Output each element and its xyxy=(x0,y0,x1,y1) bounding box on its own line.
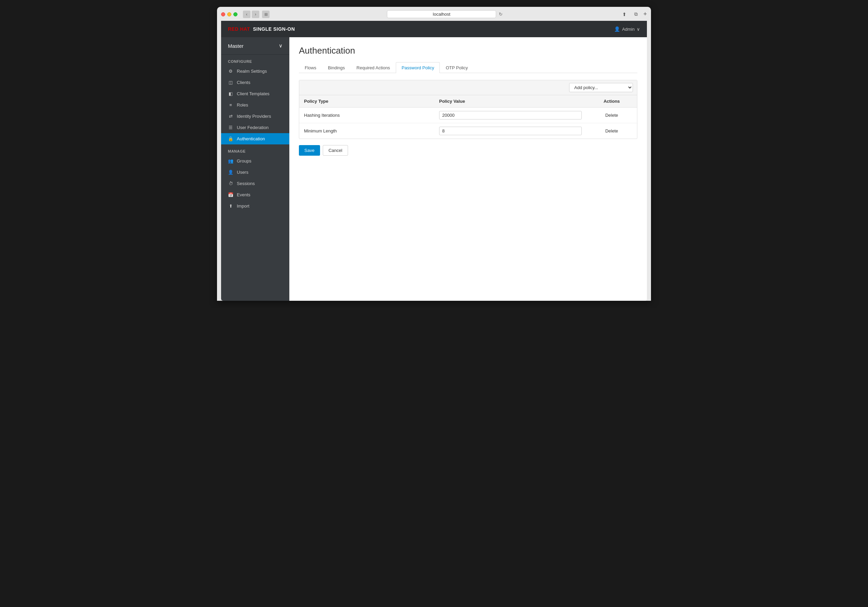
sidebar-item-roles[interactable]: ≡ Roles xyxy=(221,99,289,110)
policy-type-cell: Minimum Length xyxy=(299,123,434,139)
sidebar-item-label: Users xyxy=(237,170,248,175)
app-container: RED HAT SINGLE SIGN-ON 👤 Admin ∨ Master … xyxy=(221,21,647,301)
sidebar-item-label: Sessions xyxy=(237,181,255,186)
page-title: Authentication xyxy=(299,45,637,56)
address-bar[interactable]: localhost xyxy=(387,10,496,18)
main-layout: Master ∨ Configure ⚙ Realm Settings ◫ Cl… xyxy=(221,37,647,301)
configure-section-label: Configure xyxy=(221,54,289,65)
add-policy-select[interactable]: Add policy... Hashing Iterations Minimum… xyxy=(569,83,633,92)
policy-table-header-row: Policy Type Policy Value Actions xyxy=(299,95,637,107)
manage-section-label: Manage xyxy=(221,144,289,155)
col-header-actions: Actions xyxy=(586,95,637,107)
tab-otp-policy[interactable]: OTP Policy xyxy=(440,62,474,73)
cancel-button[interactable]: Cancel xyxy=(323,145,348,156)
browser-actions: ⬆ ⧉ + xyxy=(620,11,647,18)
save-button[interactable]: Save xyxy=(299,145,320,156)
app-logo: RED HAT SINGLE SIGN-ON xyxy=(228,26,295,32)
sidebar-item-label: Client Templates xyxy=(237,91,270,96)
sidebar-item-events[interactable]: 📅 Events xyxy=(221,189,289,200)
realm-chevron: ∨ xyxy=(279,43,282,49)
sidebar-item-realm-settings[interactable]: ⚙ Realm Settings xyxy=(221,65,289,77)
sessions-icon: ⏱ xyxy=(228,181,233,186)
col-header-value: Policy Value xyxy=(434,95,586,107)
sidebar-item-label: Identity Providers xyxy=(237,114,271,119)
sidebar-item-label: User Federation xyxy=(237,125,268,130)
logo-sso: SINGLE SIGN-ON xyxy=(253,26,295,32)
policy-table-body: Hashing Iterations Delete Minimum Length… xyxy=(299,107,637,139)
users-icon: 👤 xyxy=(228,170,233,175)
share-button[interactable]: ⬆ xyxy=(620,11,629,18)
sidebar-item-sessions[interactable]: ⏱ Sessions xyxy=(221,178,289,189)
sidebar-item-label: Authentication xyxy=(237,136,265,141)
sidebar-item-label: Groups xyxy=(237,158,251,163)
browser-window: ‹ › ▤ localhost ↻ ⬆ ⧉ + RED HAT SINGLE S… xyxy=(217,7,651,301)
policy-type-cell: Hashing Iterations xyxy=(299,107,434,123)
delete-button[interactable]: Delete xyxy=(603,112,621,119)
app-header: RED HAT SINGLE SIGN-ON 👤 Admin ∨ xyxy=(221,21,647,37)
minimize-button[interactable] xyxy=(227,12,231,16)
sidebar-item-label: Import xyxy=(237,203,250,209)
clients-icon: ◫ xyxy=(228,80,233,85)
policy-actions-cell: Delete xyxy=(586,107,637,123)
fullscreen-button[interactable]: ⧉ xyxy=(632,11,640,18)
authentication-icon: 🔒 xyxy=(228,136,233,141)
sidebar-item-import[interactable]: ⬆ Import xyxy=(221,200,289,212)
sidebar-item-label: Clients xyxy=(237,80,250,85)
sidebar-item-authentication[interactable]: 🔒 Authentication xyxy=(221,133,289,144)
reload-button[interactable]: ↻ xyxy=(499,12,502,17)
nav-buttons: ‹ › xyxy=(243,11,259,18)
address-bar-container: localhost ↻ xyxy=(272,10,617,18)
sidebar: Master ∨ Configure ⚙ Realm Settings ◫ Cl… xyxy=(221,37,289,301)
policy-toolbar: Add policy... Hashing Iterations Minimum… xyxy=(299,80,637,95)
tab-password-policy[interactable]: Password Policy xyxy=(396,62,440,73)
form-actions: Save Cancel xyxy=(299,145,637,156)
sidebar-toggle-button[interactable]: ▤ xyxy=(262,11,270,18)
new-tab-button[interactable]: + xyxy=(643,11,647,18)
roles-icon: ≡ xyxy=(228,102,233,107)
sidebar-item-users[interactable]: 👤 Users xyxy=(221,167,289,178)
table-row: Hashing Iterations Delete xyxy=(299,107,637,123)
maximize-button[interactable] xyxy=(233,12,237,16)
back-button[interactable]: ‹ xyxy=(243,11,250,18)
policy-value-input[interactable] xyxy=(439,111,582,120)
sidebar-item-user-federation[interactable]: ☰ User Federation xyxy=(221,122,289,133)
tab-bindings[interactable]: Bindings xyxy=(322,62,351,73)
tab-flows[interactable]: Flows xyxy=(299,62,322,73)
policy-value-input[interactable] xyxy=(439,127,582,135)
events-icon: 📅 xyxy=(228,192,233,197)
user-menu-label: Admin xyxy=(622,26,635,32)
user-menu[interactable]: 👤 Admin ∨ xyxy=(614,26,640,32)
realm-name: Master xyxy=(228,43,243,49)
policy-actions-cell: Delete xyxy=(586,123,637,139)
policy-value-cell xyxy=(434,107,586,123)
identity-providers-icon: ⇄ xyxy=(228,114,233,119)
policy-table: Policy Type Policy Value Actions Hashing… xyxy=(299,95,637,138)
sidebar-item-client-templates[interactable]: ◧ Client Templates xyxy=(221,88,289,99)
content-area: Authentication Flows Bindings Required A… xyxy=(289,37,647,301)
user-federation-icon: ☰ xyxy=(228,125,233,130)
sidebar-item-groups[interactable]: 👥 Groups xyxy=(221,155,289,167)
forward-button[interactable]: › xyxy=(252,11,259,18)
close-button[interactable] xyxy=(221,12,225,16)
col-header-type: Policy Type xyxy=(299,95,434,107)
sidebar-item-label: Roles xyxy=(237,102,248,107)
policy-container: Add policy... Hashing Iterations Minimum… xyxy=(299,80,637,139)
sidebar-item-label: Realm Settings xyxy=(237,68,267,74)
policy-value-cell xyxy=(434,123,586,139)
realm-selector[interactable]: Master ∨ xyxy=(221,37,289,54)
traffic-lights xyxy=(221,12,237,16)
logo-text: RED HAT SINGLE SIGN-ON xyxy=(228,26,295,32)
table-row: Minimum Length Delete xyxy=(299,123,637,139)
policy-table-head: Policy Type Policy Value Actions xyxy=(299,95,637,107)
sidebar-item-identity-providers[interactable]: ⇄ Identity Providers xyxy=(221,110,289,122)
sidebar-item-clients[interactable]: ◫ Clients xyxy=(221,77,289,88)
tabs: Flows Bindings Required Actions Password… xyxy=(299,62,637,73)
sidebar-item-label: Events xyxy=(237,192,250,197)
client-templates-icon: ◧ xyxy=(228,91,233,96)
user-icon: 👤 xyxy=(614,26,620,32)
realm-settings-icon: ⚙ xyxy=(228,68,233,74)
delete-button[interactable]: Delete xyxy=(603,127,621,135)
tab-required-actions[interactable]: Required Actions xyxy=(351,62,396,73)
logo-red-hat: RED HAT xyxy=(228,26,250,32)
import-icon: ⬆ xyxy=(228,203,233,209)
